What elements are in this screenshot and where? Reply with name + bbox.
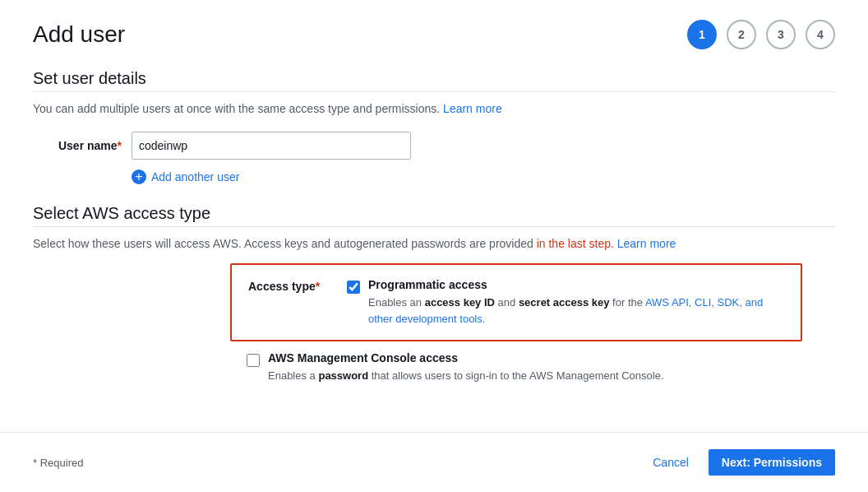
user-details-title: Set user details	[33, 69, 835, 88]
programmatic-checkbox-col: Programmatic access Enables an access ke…	[347, 278, 784, 327]
step-2[interactable]: 2	[727, 20, 756, 49]
footer-buttons: Cancel Next: Permissions	[643, 449, 835, 476]
username-label: User name*	[33, 139, 132, 152]
user-details-section: Set user details You can add multiple us…	[33, 69, 835, 184]
learn-more-link-2[interactable]: Learn more	[617, 237, 676, 250]
step-indicator: 1 2 3 4	[687, 20, 835, 49]
programmatic-access-box: Access type* Programmatic access Enables…	[230, 263, 802, 341]
programmatic-option-text: Programmatic access Enables an access ke…	[368, 278, 784, 327]
programmatic-option: Access type* Programmatic access Enables…	[248, 278, 784, 327]
page-footer: * Required Cancel Next: Permissions	[0, 432, 868, 492]
access-type-title: Select AWS access type	[33, 204, 835, 223]
access-type-section: Select AWS access type Select how these …	[33, 204, 835, 384]
username-form-row: User name*	[33, 132, 835, 160]
section1-divider	[33, 91, 835, 92]
cancel-button[interactable]: Cancel	[643, 451, 699, 474]
add-another-user-row: + Add another user	[33, 169, 835, 184]
console-checkbox[interactable]	[247, 354, 260, 367]
access-type-subtitle: Select how these users will access AWS. …	[33, 237, 835, 250]
console-title: AWS Management Console access	[268, 351, 664, 364]
console-desc: Enables a password that allows users to …	[268, 368, 664, 384]
required-note: * Required	[33, 457, 83, 469]
access-type-label: Access type*	[248, 278, 347, 293]
add-another-user-link[interactable]: Add another user	[151, 170, 239, 183]
console-checkbox-col: AWS Management Console access Enables a …	[247, 351, 819, 384]
user-details-subtitle: You can add multiple users at once with …	[33, 102, 835, 115]
plus-icon: +	[132, 169, 146, 184]
programmatic-title: Programmatic access	[368, 278, 784, 291]
username-input[interactable]	[132, 132, 411, 160]
step-3[interactable]: 3	[766, 20, 796, 49]
access-subtitle-prefix: Select how these users will access AWS. …	[33, 237, 533, 250]
step-4[interactable]: 4	[806, 20, 835, 49]
step-1[interactable]: 1	[687, 20, 717, 49]
page-header: Add user 1 2 3 4	[33, 20, 835, 49]
programmatic-checkbox[interactable]	[347, 281, 360, 294]
subtitle-prefix-text: You can add multiple users at once with …	[33, 102, 440, 115]
page-title: Add user	[33, 21, 125, 48]
section2-divider	[33, 226, 835, 227]
console-option-text: AWS Management Console access Enables a …	[268, 351, 664, 384]
access-subtitle-highlight: in the last step.	[537, 237, 614, 250]
programmatic-desc: Enables an access key ID and secret acce…	[368, 295, 784, 327]
learn-more-link-1[interactable]: Learn more	[443, 102, 502, 115]
console-option-row: AWS Management Console access Enables a …	[132, 341, 835, 384]
next-button[interactable]: Next: Permissions	[709, 449, 835, 476]
